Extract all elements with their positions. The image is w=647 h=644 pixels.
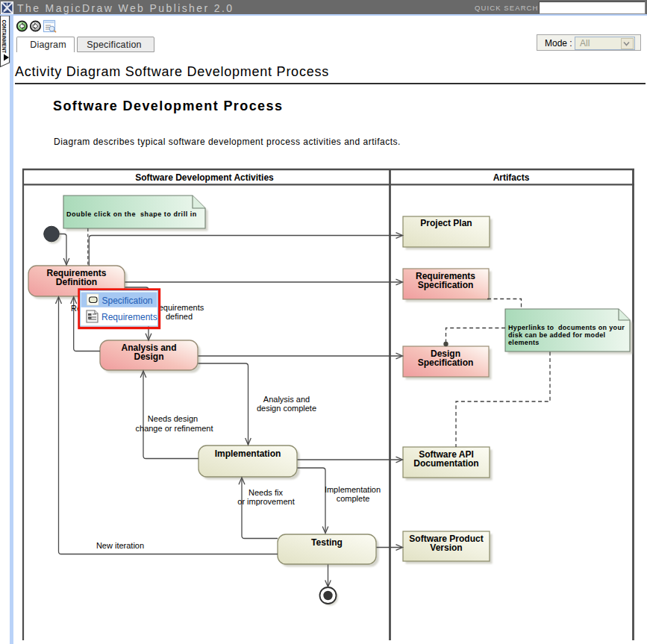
svg-text:defined: defined <box>166 312 193 321</box>
svg-text:complete: complete <box>337 494 370 503</box>
svg-text:Project Plan: Project Plan <box>420 218 472 228</box>
svg-text:Implementation: Implementation <box>215 448 281 459</box>
svg-text:Hyperlinks to documents on yo: Hyperlinks to documents on your <box>508 324 625 331</box>
svg-text:or improvement: or improvement <box>237 497 294 506</box>
svg-text:elements: elements <box>508 339 540 346</box>
svg-text:Requirements: Requirements <box>101 312 157 322</box>
svg-text:Definition: Definition <box>56 277 97 287</box>
svg-text:Analysis and: Analysis and <box>263 395 310 404</box>
svg-text:Double click on the shape to: Double click on the shape to drill in <box>66 210 197 218</box>
svg-text:Software Development Activitie: Software Development Activities <box>135 172 274 183</box>
svg-text:Specification: Specification <box>418 280 474 290</box>
svg-text:Implementation: Implementation <box>325 485 381 494</box>
svg-text:design complete: design complete <box>257 404 316 413</box>
svg-text:Version: Version <box>430 543 462 553</box>
svg-text:Design: Design <box>134 351 163 362</box>
svg-text:New iteration: New iteration <box>96 541 144 550</box>
svg-text:Needs fix: Needs fix <box>249 488 283 497</box>
svg-text:disk can be added for model: disk can be added for model <box>508 331 605 339</box>
svg-text:change or refinement: change or refinement <box>136 424 213 433</box>
svg-text:Testing: Testing <box>311 537 343 548</box>
svg-text:Artifacts: Artifacts <box>493 172 530 183</box>
svg-text:Documentation: Documentation <box>413 458 478 469</box>
svg-text:Specification: Specification <box>418 357 474 368</box>
svg-text:Needs design: Needs design <box>148 414 198 423</box>
svg-text:Specification: Specification <box>102 296 153 306</box>
